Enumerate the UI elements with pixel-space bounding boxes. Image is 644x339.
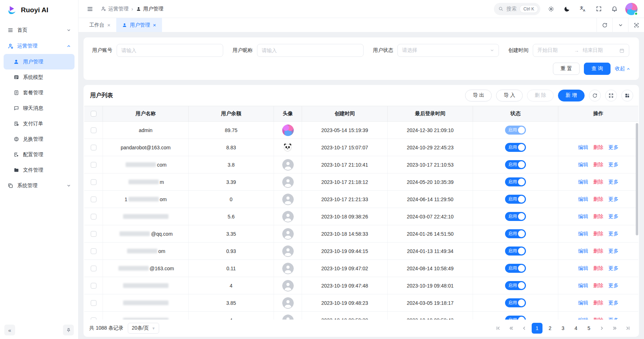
sidebar-item-system[interactable]: 系统管理 xyxy=(4,178,75,194)
edit-link[interactable]: 编辑 xyxy=(578,300,588,306)
sidebar-subitem[interactable]: 兑换管理 xyxy=(4,131,75,147)
select-all-checkbox[interactable] xyxy=(91,111,96,117)
page-number-button[interactable]: 3 xyxy=(558,323,568,334)
row-checkbox[interactable] xyxy=(91,300,96,306)
row-checkbox[interactable] xyxy=(91,248,96,254)
delete-link[interactable]: 删除 xyxy=(593,317,603,320)
refresh-table-icon[interactable] xyxy=(589,90,601,101)
status-toggle[interactable]: 启用 xyxy=(505,160,526,169)
delete-link[interactable]: 删除 xyxy=(593,162,603,168)
delete-link[interactable]: 删除 xyxy=(593,179,603,185)
gear-icon[interactable] xyxy=(546,4,556,14)
pin-icon[interactable] xyxy=(63,325,74,335)
status-toggle[interactable]: 启用 xyxy=(505,298,526,307)
sidebar-subitem[interactable]: 系统模型 xyxy=(4,69,75,85)
more-link[interactable]: 更多 xyxy=(608,282,618,289)
fullscreen-icon[interactable] xyxy=(594,4,604,14)
edit-link[interactable]: 编辑 xyxy=(578,196,588,203)
row-checkbox[interactable] xyxy=(91,214,96,220)
edit-link[interactable]: 编辑 xyxy=(578,265,588,272)
edit-link[interactable]: 编辑 xyxy=(578,317,588,320)
page-size-select[interactable]: 20条/页 ▼ xyxy=(128,323,159,334)
sidebar-subitem[interactable]: 聊天消息 xyxy=(4,100,75,116)
status-toggle[interactable]: 启用 xyxy=(505,177,526,186)
row-checkbox[interactable] xyxy=(91,145,96,150)
status-toggle[interactable]: 启用 xyxy=(505,195,526,204)
delete-link[interactable]: 删除 xyxy=(593,213,603,220)
refresh-tab-icon[interactable] xyxy=(596,18,612,32)
more-link[interactable]: 更多 xyxy=(608,248,618,254)
table-fullscreen-icon[interactable] xyxy=(605,90,617,101)
date-range-picker[interactable]: 开始日期 → 结束日期 xyxy=(533,44,629,57)
row-checkbox[interactable] xyxy=(91,196,96,202)
status-toggle[interactable]: 启用 xyxy=(505,264,526,273)
sidebar-subitem[interactable]: 用户管理 xyxy=(4,54,75,69)
more-link[interactable]: 更多 xyxy=(608,231,618,237)
translate-icon[interactable]: 文A xyxy=(578,4,588,14)
reset-button[interactable]: 重 置 xyxy=(553,63,580,75)
sidebar-item-operations[interactable]: 运营管理 xyxy=(4,38,75,54)
edit-link[interactable]: 编辑 xyxy=(578,231,588,237)
page-number-button[interactable]: 5 xyxy=(584,323,594,334)
sidebar-subitem[interactable]: 文件管理 xyxy=(4,162,75,178)
delete-link[interactable]: 删除 xyxy=(593,144,603,151)
status-toggle[interactable]: 启用 xyxy=(505,281,526,290)
more-link[interactable]: 更多 xyxy=(608,317,618,320)
prev-10-pages-button[interactable] xyxy=(506,323,517,334)
close-icon[interactable]: × xyxy=(153,22,156,28)
collapse-filters-button[interactable]: 收起 xyxy=(615,65,630,72)
delete-link[interactable]: 删除 xyxy=(593,300,603,306)
row-checkbox[interactable] xyxy=(91,266,96,271)
tab-options-chevron-icon[interactable] xyxy=(612,18,628,32)
page-number-button[interactable]: 1 xyxy=(532,323,542,334)
global-search[interactable]: 搜索 Ctrl K xyxy=(494,3,540,15)
first-page-button[interactable] xyxy=(493,323,504,334)
status-toggle[interactable]: 启用 xyxy=(505,126,526,135)
status-toggle[interactable]: 启用 xyxy=(505,229,526,238)
collapse-sidebar-button[interactable]: « xyxy=(4,325,15,335)
bell-icon[interactable] xyxy=(609,4,620,14)
brand-logo[interactable]: Ruoyi AI xyxy=(0,0,78,20)
column-settings-icon[interactable] xyxy=(621,90,633,101)
row-checkbox[interactable] xyxy=(91,162,96,168)
sidebar-item-home[interactable]: 首页 xyxy=(4,22,75,38)
last-page-button[interactable] xyxy=(622,323,633,334)
delete-link[interactable]: 删除 xyxy=(593,196,603,203)
sidebar-subitem[interactable]: 套餐管理 xyxy=(4,85,75,100)
status-toggle[interactable]: 启用 xyxy=(505,212,526,221)
more-link[interactable]: 更多 xyxy=(608,213,618,220)
user-avatar[interactable] xyxy=(625,3,638,15)
close-icon[interactable]: × xyxy=(107,22,111,28)
edit-link[interactable]: 编辑 xyxy=(578,282,588,289)
next-page-button[interactable] xyxy=(596,323,607,334)
status-toggle[interactable]: 启用 xyxy=(505,247,526,256)
breadcrumb-user-mgmt[interactable]: 用户管理 xyxy=(136,6,163,12)
status-toggle[interactable]: 启用 xyxy=(505,316,526,320)
prev-page-button[interactable] xyxy=(519,323,530,334)
content-fullscreen-icon[interactable] xyxy=(628,18,644,32)
edit-link[interactable]: 编辑 xyxy=(578,162,588,168)
edit-link[interactable]: 编辑 xyxy=(578,213,588,220)
tab-workbench[interactable]: 工作台 × xyxy=(84,18,116,32)
account-input[interactable] xyxy=(117,44,223,57)
more-link[interactable]: 更多 xyxy=(608,300,618,306)
import-button[interactable]: 导 入 xyxy=(496,90,523,101)
next-10-pages-button[interactable] xyxy=(609,323,620,334)
more-link[interactable]: 更多 xyxy=(608,196,618,203)
hamburger-menu-icon[interactable] xyxy=(85,4,95,14)
more-link[interactable]: 更多 xyxy=(608,162,618,168)
nickname-input[interactable] xyxy=(257,44,364,57)
table-scrollbar[interactable] xyxy=(636,123,638,235)
delete-link[interactable]: 删除 xyxy=(593,265,603,272)
search-button[interactable]: 查 询 xyxy=(584,63,611,75)
delete-link[interactable]: 删除 xyxy=(593,282,603,289)
status-select[interactable]: 请选择 xyxy=(397,44,499,57)
breadcrumb-operations[interactable]: 运营管理 xyxy=(101,6,129,12)
sidebar-subitem[interactable]: 配置管理 xyxy=(4,147,75,162)
more-link[interactable]: 更多 xyxy=(608,265,618,272)
edit-link[interactable]: 编辑 xyxy=(578,144,588,151)
delete-link[interactable]: 删除 xyxy=(593,231,603,237)
row-checkbox[interactable] xyxy=(91,231,96,237)
page-number-button[interactable]: 2 xyxy=(545,323,555,334)
row-checkbox[interactable] xyxy=(91,317,96,320)
